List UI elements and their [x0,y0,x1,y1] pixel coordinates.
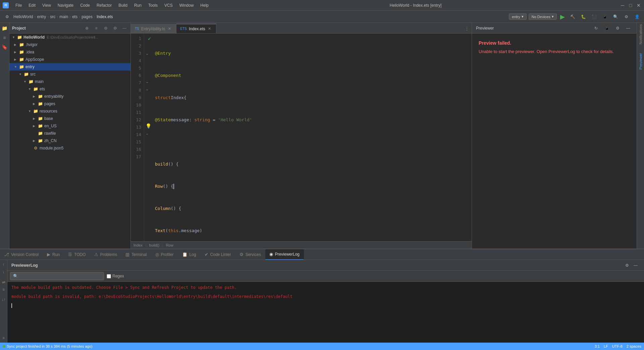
tree-item-zh-cn[interactable]: ▶ 📁 zh_CN [9,137,130,144]
tree-item-idea[interactable]: ▶ 📁 .idea [9,48,130,56]
status-cursor-pos[interactable]: 3:1 [595,344,600,348]
stop-icon[interactable]: ⬛ [590,12,598,21]
tab-close-entryability[interactable]: ✕ [167,27,172,31]
project-activity-icon[interactable]: 📁 [1,24,9,32]
tab-previewerlog[interactable]: ◉ PreviewerLog [265,249,304,260]
menu-navigate[interactable]: Navigate [55,2,76,8]
fold-icon-6[interactable]: ⌄ [146,50,149,57]
tab-services[interactable]: ⚙ Services [235,249,265,260]
preview-device-icon[interactable]: 📱 [602,24,611,33]
filter-icon[interactable]: ↓↑ [0,296,7,303]
tree-item-module-json5[interactable]: ▶ ⚙ module.json5 [9,144,130,152]
tree-item-en-us[interactable]: ▶ 📁 en_US [9,122,130,130]
tab-entryability[interactable]: TS EntryAbility.ts ✕ [131,24,176,33]
breadcrumb-ets[interactable]: ets [72,14,77,19]
settings-global-icon[interactable]: ⚙ [622,12,631,21]
build-icon[interactable]: 🔨 [568,12,577,21]
previewerlog-settings-icon[interactable]: ⚙ [623,261,631,270]
tree-item-entryability[interactable]: ▶ 📁 entryability [9,93,130,100]
tree-item-appscope[interactable]: ▶ 📁 AppScope [9,56,130,63]
menu-file[interactable]: File [13,2,24,8]
menu-view[interactable]: View [40,2,54,8]
tab-more-button[interactable]: ⋮ [462,24,472,33]
menu-run[interactable]: Run [131,2,144,8]
no-devices-selector[interactable]: No Devices ▾ [529,13,557,20]
menu-edit[interactable]: Edit [26,2,38,8]
search-icon[interactable]: 🔍 [611,12,620,21]
breadcrumb-pages[interactable]: pages [82,14,93,19]
preview-refresh-icon[interactable]: ↻ [592,24,600,33]
tree-item-resources[interactable]: ▼ 📁 resources [9,107,130,115]
menu-build[interactable]: Build [116,2,130,8]
settings-icon[interactable]: ⚙ [3,12,11,21]
status-encoding[interactable]: UTF-8 [612,344,623,348]
sidebar-add-icon[interactable]: ⊕ [84,25,90,32]
tree-item-pages[interactable]: ▶ 📁 pages [9,100,130,107]
tab-version-control[interactable]: ⎇ Version Control [0,249,43,260]
menu-help[interactable]: Help [198,2,211,8]
menu-vcs[interactable]: VCS [162,2,175,8]
sidebar-close-icon[interactable]: — [121,25,128,32]
tab-todo[interactable]: ☰ TODO [64,249,90,260]
bookmarks-activity-icon[interactable]: 🔖 [1,43,9,51]
breadcrumb-main[interactable]: main [59,14,68,19]
status-line-ending[interactable]: LF [604,344,608,348]
close-button[interactable]: ✕ [636,3,641,8]
tab-run[interactable]: ▶ Run [43,249,64,260]
status-spaces[interactable]: 2 spaces [627,344,641,348]
tree-item-entry[interactable]: ▼ 📁 entry [9,63,130,71]
tab-profiler[interactable]: ◎ Profiler [151,249,178,260]
maximize-button[interactable]: □ [628,3,633,8]
tree-item-src[interactable]: ▼ 📁 src [9,71,130,78]
menu-tools[interactable]: Tools [146,2,160,8]
tree-item-hvigor[interactable]: ▶ 📁 .hvigor [9,41,130,48]
regex-checkbox[interactable] [107,274,111,278]
notifications-label[interactable]: Notifications [637,24,644,44]
sidebar-settings-icon[interactable]: ⚙ [112,25,118,32]
previewerlog-minimize-icon[interactable]: — [631,261,640,270]
soft-wrap-icon[interactable]: ⇌ [0,279,7,286]
tab-code-linter[interactable]: ✔ Code Linter [201,249,235,260]
editor-nav-index[interactable]: Index [133,243,143,247]
tree-item-base[interactable]: ▶ 📁 base [9,115,130,122]
file-tree[interactable]: ▼ 📁 HelloWorld E:\DevEcoStudioProjects\H… [9,34,130,249]
tab-close-index[interactable]: ✕ [207,27,212,31]
device-manager-icon[interactable]: 📱 [600,12,609,21]
fold-icon-8[interactable]: ⌄ [146,85,149,93]
sidebar-filter-icon[interactable]: ⚙ [102,25,109,32]
tab-index[interactable]: ETS Index.ets ✕ [176,24,216,33]
regex-checkbox-label[interactable]: Regex [107,274,124,278]
fold-icon-14[interactable]: ⌄ [146,130,149,137]
editor-nav-row[interactable]: Row [166,243,173,247]
user-icon[interactable]: 👤 [633,12,641,21]
menu-refactor[interactable]: Refactor [94,2,114,8]
run-button[interactable]: ▶ [559,13,566,20]
log-search-input[interactable] [10,272,104,280]
code-content[interactable]: @Entry @Component struct Index { @State … [152,34,472,241]
menu-code[interactable]: Code [77,2,93,8]
clear-icon[interactable]: ≡ [0,286,7,293]
tree-item-helloworld[interactable]: ▼ 📁 HelloWorld E:\DevEcoStudioProjects\H… [9,34,130,41]
editor-nav-build[interactable]: build() [149,243,160,247]
scroll-down-icon[interactable]: ↓ [0,269,7,275]
tab-problems[interactable]: ⚠ Problems [90,249,122,260]
breadcrumb-helloworld[interactable]: HelloWorld [13,14,33,19]
more-icon[interactable]: » [0,335,7,341]
sidebar-collapse-icon[interactable]: ≡ [93,25,100,32]
scroll-up-icon[interactable]: ↑ [0,261,7,268]
breadcrumb-file[interactable]: Index.ets [97,14,113,19]
minimize-button[interactable]: ─ [620,3,625,8]
warning-icon-13[interactable]: 💡 [146,122,151,130]
tab-terminal[interactable]: ▥ Terminal [121,249,151,260]
tree-item-rawfile[interactable]: ▶ 📁 rawfile [9,130,130,137]
preview-settings-icon[interactable]: ⚙ [613,24,622,33]
fold-icon-7[interactable]: ⌄ [146,78,149,85]
breadcrumb-entry[interactable]: entry [37,14,46,19]
debug-icon[interactable]: 🐛 [579,12,588,21]
breadcrumb-src[interactable]: src [50,14,55,19]
tree-item-main[interactable]: ▼ 📁 main [9,78,130,85]
menu-window[interactable]: Window [177,2,197,8]
structure-activity-icon[interactable]: ≡ [1,34,9,42]
entry-selector[interactable]: entry ▾ [509,13,526,20]
previewer-label[interactable]: Previewer [637,51,644,71]
